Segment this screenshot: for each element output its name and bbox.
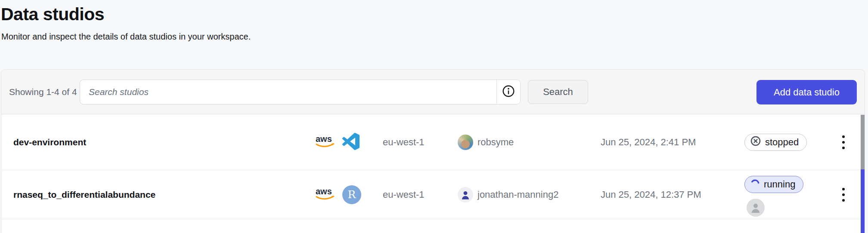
studio-name[interactable]: dev-environment — [13, 137, 86, 147]
table-row[interactable]: rnaseq_to_differentialabundance aws R eu… — [1, 170, 862, 219]
status-label: stopped — [765, 137, 799, 148]
created-date: Jun 25, 2024, 2:41 PM — [601, 137, 696, 148]
status-cell: running — [744, 176, 803, 217]
person-icon — [459, 188, 472, 201]
search-info-button[interactable] — [496, 80, 520, 104]
user-avatar — [458, 187, 473, 202]
user-avatar — [458, 135, 473, 150]
data-studios-page: Data studios Monitor and inspect the det… — [0, 0, 868, 233]
r-icon: R — [342, 185, 361, 204]
spinner-icon — [750, 178, 760, 191]
info-icon — [502, 85, 515, 99]
search-button[interactable]: Search — [528, 80, 588, 104]
person-icon — [748, 200, 763, 215]
user-cell: jonathan-manning2 — [458, 187, 558, 202]
studios-panel: Showing 1-4 of 4 Search Add data studio — [1, 69, 865, 233]
studio-icons: aws — [315, 133, 360, 152]
page-title: Data studios — [1, 4, 104, 25]
page-subtitle: Monitor and inspect the details of data … — [1, 32, 251, 42]
aws-icon: aws — [315, 186, 337, 203]
status-cell: stopped — [744, 134, 807, 151]
add-data-studio-button[interactable]: Add data studio — [756, 80, 857, 104]
region-label: eu-west-1 — [383, 137, 425, 148]
aws-label: aws — [316, 134, 332, 144]
username: jonathan-manning2 — [477, 189, 558, 200]
stopped-circle-x-icon — [750, 135, 761, 149]
kebab-menu-button[interactable] — [835, 185, 852, 204]
studio-name[interactable]: rnaseq_to_differentialabundance — [13, 190, 155, 200]
vscode-icon — [342, 133, 360, 152]
status-badge: running — [744, 176, 803, 193]
user-cell: robsyme — [458, 135, 514, 150]
kebab-menu-button[interactable] — [835, 133, 852, 152]
aws-icon: aws — [315, 134, 337, 151]
status-label: running — [764, 179, 795, 190]
results-count: Showing 1-4 of 4 — [9, 87, 77, 97]
status-badge: stopped — [744, 134, 807, 151]
session-avatar — [747, 199, 765, 217]
scrollbar-thumb[interactable] — [861, 115, 865, 169]
table-row[interactable]: dev-environment aws eu-west-1 — [1, 114, 862, 170]
toolbar: Showing 1-4 of 4 Search Add data studio — [1, 70, 865, 114]
region-label: eu-west-1 — [383, 189, 425, 200]
scrollbar-accent-segment — [861, 169, 865, 233]
aws-label: aws — [316, 187, 332, 196]
username: robsyme — [477, 137, 514, 148]
r-label: R — [348, 188, 356, 201]
studio-icons: aws R — [315, 185, 361, 204]
scrollbar-track[interactable] — [861, 115, 865, 233]
created-date: Jun 25, 2024, 12:37 PM — [601, 189, 701, 200]
search-input[interactable] — [80, 80, 496, 104]
search-box — [80, 80, 521, 104]
table-row-partial — [1, 219, 862, 233]
